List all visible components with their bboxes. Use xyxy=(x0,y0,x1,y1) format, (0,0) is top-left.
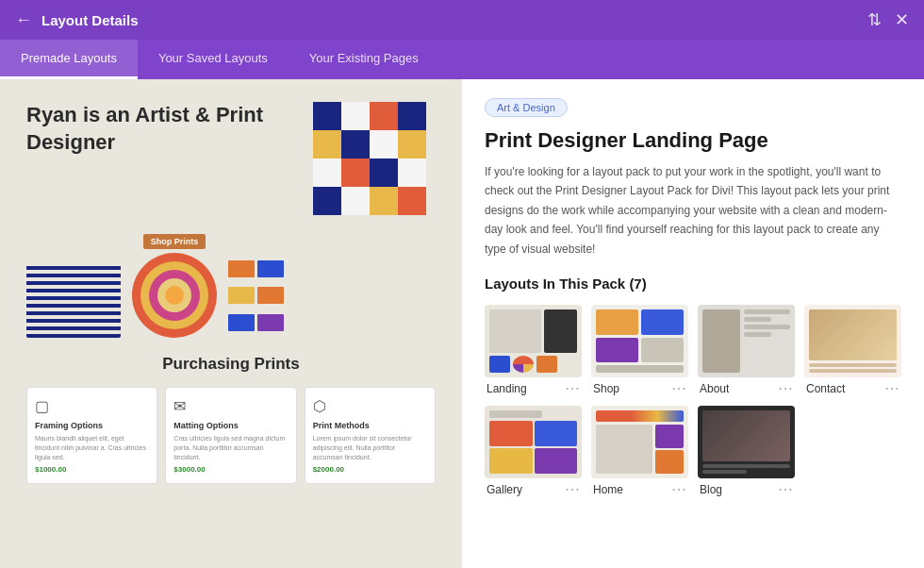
shop-btn-container: Shop Prints xyxy=(132,234,217,338)
layout-thumb-home xyxy=(591,406,688,478)
category-tag: Art & Design xyxy=(485,98,568,117)
layout-dots-shop[interactable]: ⋯ xyxy=(671,381,686,396)
layout-label-about: About xyxy=(700,382,729,395)
svg-rect-10 xyxy=(370,159,398,187)
option-card-matting: ✉ Matting Options Cras ultricies ligula … xyxy=(165,387,296,484)
layout-item-blog[interactable]: Blog ⋯ xyxy=(698,406,795,497)
preview-content: Ryan is an Artist & Print Designer xyxy=(0,79,462,568)
title-bar-left: ← Layout Details xyxy=(15,10,139,30)
layout-item-shop[interactable]: Shop ⋯ xyxy=(591,305,688,396)
option-cards: ▢ Framing Options Mauris blandit aliquet… xyxy=(26,387,436,484)
layout-thumb-about xyxy=(698,305,795,377)
right-panel[interactable]: Art & Design Print Designer Landing Page… xyxy=(462,79,924,568)
option-card-print: ⬡ Print Methods Lorem ipsum dolor sit co… xyxy=(305,387,436,484)
layout-thumb-blog xyxy=(698,406,795,478)
layout-label-row-contact: Contact ⋯ xyxy=(804,381,901,396)
layout-label-row-about: About ⋯ xyxy=(698,381,795,396)
svg-point-20 xyxy=(165,286,184,305)
framing-price: $1000.00 xyxy=(35,465,149,474)
svg-rect-9 xyxy=(341,159,370,187)
layout-thumb-landing xyxy=(485,305,582,377)
layout-thumb-shop xyxy=(591,305,688,377)
layout-dots-contact[interactable]: ⋯ xyxy=(884,381,899,396)
layout-dots-blog[interactable]: ⋯ xyxy=(778,482,793,497)
layout-description: If you're looking for a layout pack to p… xyxy=(485,162,901,259)
framing-title: Framing Options xyxy=(35,421,149,430)
layout-label-landing: Landing xyxy=(487,382,527,395)
matting-icon: ✉ xyxy=(173,397,288,415)
purchasing-title: Purchasing Prints xyxy=(26,355,436,374)
matting-price: $3000.00 xyxy=(173,465,288,474)
layout-label-home: Home xyxy=(593,483,623,496)
close-icon[interactable]: ✕ xyxy=(895,9,909,30)
layout-label-row-shop: Shop ⋯ xyxy=(591,381,688,396)
layout-item-contact[interactable]: Contact ⋯ xyxy=(804,305,901,396)
tab-saved[interactable]: Your Saved Layouts xyxy=(138,40,289,79)
layout-label-contact: Contact xyxy=(806,382,845,395)
layout-label-blog: Blog xyxy=(700,483,722,496)
geometric-pattern xyxy=(313,102,436,215)
layout-dots-home[interactable]: ⋯ xyxy=(671,482,686,497)
layout-dots-gallery[interactable]: ⋯ xyxy=(565,482,580,497)
option-card-framing: ▢ Framing Options Mauris blandit aliquet… xyxy=(26,387,157,484)
main-content: Ryan is an Artist & Print Designer xyxy=(0,79,924,568)
layout-dots-about[interactable]: ⋯ xyxy=(778,381,793,396)
print-price: $2000.00 xyxy=(313,465,427,474)
title-bar-right: ⇅ ✕ xyxy=(867,9,909,30)
framing-text: Mauris blandit aliquet elit, eget tincid… xyxy=(35,434,149,461)
title-bar: ← Layout Details ⇅ ✕ xyxy=(0,0,924,40)
matting-text: Cras ultricies ligula sed magna dictum p… xyxy=(173,434,288,461)
layout-thumb-contact xyxy=(804,305,901,377)
layout-item-about[interactable]: About ⋯ xyxy=(698,305,795,396)
svg-rect-8 xyxy=(313,159,341,187)
svg-rect-5 xyxy=(341,130,370,159)
layout-thumb-gallery xyxy=(485,406,582,478)
layout-label-row-blog: Blog ⋯ xyxy=(698,482,795,497)
back-icon[interactable]: ← xyxy=(15,10,32,30)
layout-item-gallery[interactable]: Gallery ⋯ xyxy=(485,406,582,497)
preview-title: Ryan is an Artist & Print Designer xyxy=(26,102,294,156)
svg-rect-7 xyxy=(398,130,426,159)
layout-item-home[interactable]: Home ⋯ xyxy=(591,406,688,497)
svg-rect-6 xyxy=(370,130,398,159)
print-text: Lorem ipsum dolor sit consectetur adipis… xyxy=(313,434,427,461)
bars-thumb xyxy=(228,253,289,338)
circle-target xyxy=(132,253,217,338)
layout-label-gallery: Gallery xyxy=(487,483,522,496)
pack-title: Layouts In This Pack (7) xyxy=(485,276,901,292)
title-bar-title: Layout Details xyxy=(41,12,139,28)
svg-rect-3 xyxy=(398,102,426,130)
svg-rect-14 xyxy=(370,187,398,215)
tabs-bar: Premade Layouts Your Saved Layouts Your … xyxy=(0,40,924,79)
preview-header: Ryan is an Artist & Print Designer xyxy=(26,102,436,215)
print-title: Print Methods xyxy=(313,421,427,430)
svg-rect-12 xyxy=(313,187,341,215)
svg-rect-0 xyxy=(313,102,341,130)
shop-prints-btn[interactable]: Shop Prints xyxy=(143,234,206,249)
sort-icon[interactable]: ⇅ xyxy=(867,9,882,30)
layout-item-landing[interactable]: Landing ⋯ xyxy=(485,305,582,396)
svg-rect-2 xyxy=(370,102,398,130)
print-icon: ⬡ xyxy=(313,397,427,415)
layout-label-row-home: Home ⋯ xyxy=(591,482,688,497)
left-panel: Ryan is an Artist & Print Designer xyxy=(0,79,462,568)
tab-premade[interactable]: Premade Layouts xyxy=(0,40,138,79)
layout-grid: Landing ⋯ xyxy=(485,305,901,498)
svg-rect-15 xyxy=(398,187,426,215)
tab-existing[interactable]: Your Existing Pages xyxy=(289,40,439,79)
svg-rect-1 xyxy=(341,102,370,130)
svg-rect-13 xyxy=(341,187,370,215)
preview-gallery: Shop Prints xyxy=(26,234,436,338)
matting-title: Matting Options xyxy=(173,421,288,430)
framing-icon: ▢ xyxy=(35,397,149,415)
svg-rect-4 xyxy=(313,130,341,159)
layout-label-row-landing: Landing ⋯ xyxy=(485,381,582,396)
layout-label-row-gallery: Gallery ⋯ xyxy=(485,482,582,497)
layout-title: Print Designer Landing Page xyxy=(485,128,901,153)
svg-rect-11 xyxy=(398,159,426,187)
layout-dots-landing[interactable]: ⋯ xyxy=(565,381,580,396)
layout-label-shop: Shop xyxy=(593,382,619,395)
stripes-thumb xyxy=(26,262,121,338)
